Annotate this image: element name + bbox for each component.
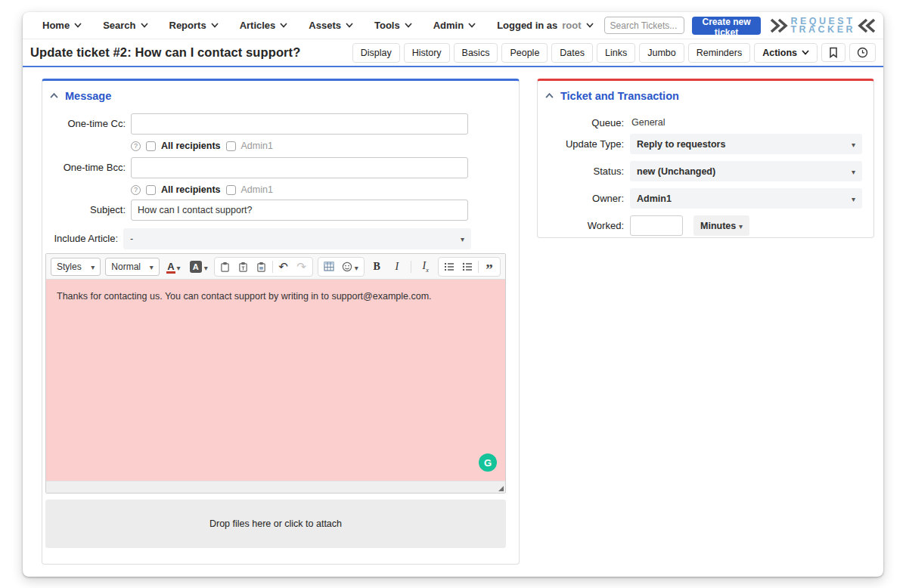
paste-button[interactable] — [216, 258, 234, 275]
nav-articles[interactable]: Articles — [229, 20, 299, 31]
nav-logged-in-user[interactable]: Logged in asroot — [486, 20, 603, 31]
dropdown-arrow-icon — [852, 166, 855, 177]
tab-actions[interactable]: Actions — [754, 43, 818, 63]
paragraph-format-dropdown[interactable]: Normal — [105, 258, 160, 276]
worked-unit-select[interactable]: Minutes — [693, 215, 749, 236]
logged-in-username: root — [562, 20, 581, 31]
one-time-cc-input[interactable] — [131, 113, 468, 135]
message-panel-title: Message — [65, 90, 111, 102]
subject-input[interactable] — [131, 200, 468, 221]
bookmark-icon — [829, 47, 838, 58]
tab-dates[interactable]: Dates — [551, 43, 593, 63]
page-header: Update ticket #2: How can I contact supp… — [23, 39, 883, 67]
bcc-admin1-checkbox[interactable] — [226, 185, 236, 195]
grammarly-button[interactable]: G — [479, 453, 497, 472]
paste-plain-text-button[interactable] — [234, 258, 253, 275]
paste-from-word-button[interactable] — [253, 258, 271, 275]
message-panel: Message One-time Cc: All recipients Admi… — [42, 79, 520, 565]
smiley-icon — [342, 262, 352, 272]
tab-people[interactable]: People — [501, 43, 548, 63]
help-icon[interactable] — [131, 185, 141, 195]
blockquote-button[interactable]: ” — [480, 258, 498, 275]
editor-resize-handle[interactable] — [498, 486, 504, 491]
styles-dropdown[interactable]: Styles — [51, 258, 101, 276]
tab-basics[interactable]: Basics — [454, 43, 498, 63]
dropdown-arrow-icon — [852, 139, 855, 150]
message-panel-header[interactable]: Message — [50, 90, 111, 102]
remove-format-icon: Ix — [422, 260, 428, 274]
nav-assets-label: Assets — [309, 20, 341, 31]
tab-jumbo[interactable]: Jumbo — [639, 43, 684, 63]
subject-label: Subject: — [42, 200, 126, 221]
nav-articles-label: Articles — [240, 20, 276, 31]
italic-button[interactable]: I — [389, 258, 405, 275]
paste-word-icon — [256, 262, 266, 272]
ticket-transaction-panel: Ticket and Transaction Queue: General Up… — [537, 79, 874, 238]
create-new-ticket-button[interactable]: Create new ticket — [692, 17, 762, 35]
tab-display[interactable]: Display — [352, 43, 400, 63]
bcc-all-recipients-label: All recipients — [161, 184, 221, 195]
redo-icon: ↷ — [296, 260, 306, 274]
tab-history[interactable]: History — [404, 43, 450, 63]
chevron-down-icon — [280, 23, 287, 28]
nav-home[interactable]: Home — [32, 20, 92, 31]
queue-value: General — [631, 113, 665, 133]
logo-double-chevron-right-icon — [770, 17, 789, 34]
chevron-down-icon — [141, 23, 148, 28]
numbered-list-button[interactable] — [440, 258, 458, 275]
ticket-panel-title: Ticket and Transaction — [560, 90, 679, 102]
bookmark-button[interactable] — [821, 43, 845, 62]
owner-label: Owner: — [538, 188, 624, 209]
chevron-down-icon — [211, 23, 219, 28]
editor-body-text: Thanks for contacting us. You can contac… — [57, 291, 432, 302]
bcc-admin1-label: Admin1 — [241, 184, 273, 195]
tab-links[interactable]: Links — [597, 43, 635, 63]
bulleted-list-button[interactable] — [458, 258, 476, 275]
help-icon[interactable] — [131, 141, 141, 151]
status-select[interactable]: new (Unchanged) — [630, 161, 862, 181]
queue-label: Queue: — [538, 113, 624, 133]
attachment-dropzone[interactable]: Drop files here or click to attach — [45, 500, 506, 548]
insert-emoji-button[interactable] — [338, 258, 362, 275]
update-type-select[interactable]: Reply to requestors — [630, 134, 862, 154]
bold-button[interactable]: B — [369, 258, 385, 275]
page-menu: Display History Basics People Dates Link… — [352, 43, 876, 63]
nav-tools-label: Tools — [374, 20, 400, 31]
background-color-button[interactable]: A — [188, 258, 209, 275]
editor-toolbar: Styles Normal A A ↶ ↷ B I — [46, 254, 505, 280]
time-worked-button[interactable] — [849, 43, 876, 62]
numbered-list-icon — [444, 262, 455, 271]
include-article-select[interactable]: - — [123, 228, 471, 249]
nav-admin-label: Admin — [433, 20, 464, 31]
format-dropdown-value: Normal — [111, 262, 144, 272]
cc-all-recipients-checkbox[interactable] — [146, 141, 156, 151]
paste-icon — [220, 262, 230, 272]
top-navigation: Home Search Reports Articles Assets Tool… — [23, 12, 883, 39]
ticket-panel-header[interactable]: Ticket and Transaction — [545, 90, 679, 102]
undo-button[interactable]: ↶ — [275, 258, 293, 275]
search-tickets-input[interactable] — [604, 17, 684, 34]
logged-in-prefix: Logged in as — [497, 20, 557, 31]
nav-tools[interactable]: Tools — [364, 20, 423, 31]
nav-reports[interactable]: Reports — [159, 20, 229, 31]
nav-search[interactable]: Search — [92, 20, 158, 31]
redo-button[interactable]: ↷ — [293, 258, 311, 275]
request-tracker-logo[interactable]: REQUEST TRACKER — [770, 17, 876, 34]
bcc-all-recipients-checkbox[interactable] — [146, 185, 156, 195]
text-color-icon: A — [167, 262, 174, 271]
cc-recipients-row: All recipients Admin1 — [131, 139, 273, 153]
worked-input[interactable] — [630, 215, 683, 236]
page-title: Update ticket #2: How can I contact supp… — [30, 45, 300, 60]
owner-select[interactable]: Admin1 — [630, 188, 862, 209]
text-color-button[interactable]: A — [164, 258, 184, 275]
cc-admin1-checkbox[interactable] — [226, 141, 236, 151]
nav-admin[interactable]: Admin — [423, 20, 486, 31]
logo-line2: TRACKER — [790, 26, 855, 34]
insert-table-button[interactable] — [320, 258, 338, 275]
one-time-bcc-input[interactable] — [131, 157, 468, 178]
remove-format-button[interactable]: Ix — [417, 258, 433, 275]
editor-content-area[interactable]: Thanks for contacting us. You can contac… — [46, 280, 505, 481]
nav-assets[interactable]: Assets — [298, 20, 364, 31]
nav-search-label: Search — [103, 20, 135, 31]
tab-reminders[interactable]: Reminders — [688, 43, 750, 63]
